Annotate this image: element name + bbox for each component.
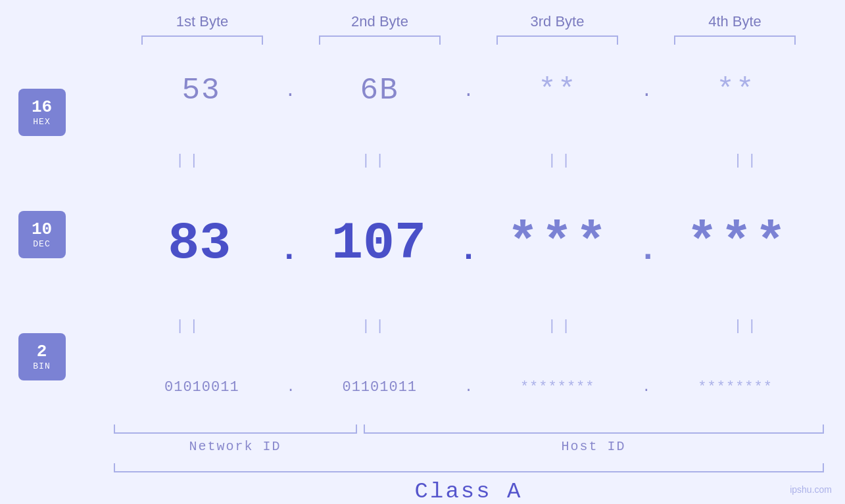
bin-dot1: . (286, 379, 295, 396)
bracket-b3 (496, 35, 618, 45)
byte2-header: 2nd Byte (308, 13, 452, 30)
bottom-brackets (114, 424, 824, 434)
hex-b1-value: 53 (181, 74, 220, 108)
bin-badge: 2 BIN (18, 333, 66, 380)
network-bracket (114, 424, 357, 434)
dec-b4-cell: *** (665, 214, 810, 273)
hex-badge-label: HEX (33, 117, 50, 127)
eq2-b1: || (117, 318, 262, 334)
hex-row: 53 . 6B . ** . ** (114, 74, 824, 108)
bracket-b4 (674, 35, 796, 45)
bracket-b2 (319, 35, 441, 45)
dec-badge-number: 10 (32, 220, 52, 239)
bin-b2-value: 01101011 (342, 379, 417, 396)
dec-b4-value: *** (687, 214, 789, 273)
dec-badge: 10 DEC (18, 211, 66, 258)
dec-dot3: . (638, 218, 658, 269)
dec-b1-cell: 83 (127, 214, 272, 273)
bin-b2-cell: 01101011 (307, 379, 452, 396)
hex-b2-value: 6B (360, 74, 398, 108)
hex-b4-cell: ** (664, 74, 808, 108)
top-brackets (114, 35, 824, 45)
bin-row: 01010011 . 01101011 . ******** . *******… (114, 379, 824, 396)
hex-dot3: . (641, 81, 652, 101)
eq1-b1: || (117, 152, 262, 169)
dec-dot1: . (279, 218, 299, 269)
dec-b3-cell: *** (486, 214, 631, 273)
eq2-b3: || (489, 318, 634, 334)
bin-badge-number: 2 (37, 342, 47, 361)
byte4-header: 4th Byte (663, 13, 808, 30)
badges-column: 16 HEX 10 DEC 2 BIN (18, 45, 66, 424)
hex-badge-number: 16 (32, 98, 52, 117)
class-section: Class A (114, 463, 824, 504)
bin-dot3: . (642, 379, 650, 396)
footer-text: ipshu.com (790, 484, 832, 495)
bin-b1-cell: 01010011 (130, 379, 274, 396)
dec-b1-value: 83 (168, 214, 231, 273)
bin-b1-value: 01010011 (164, 379, 239, 396)
bin-b3-value: ******** (520, 379, 595, 396)
hex-dot1: . (285, 81, 296, 101)
byte1-header: 1st Byte (130, 13, 275, 30)
bin-b4-value: ******** (698, 379, 773, 396)
eq2-b2: || (303, 318, 448, 334)
eq1-b4: || (675, 152, 820, 169)
bin-badge-label: BIN (33, 361, 50, 371)
dec-dot2: . (458, 218, 478, 269)
bin-b4-cell: ******** (663, 379, 808, 396)
dec-b2-value: 107 (331, 214, 426, 273)
network-id-label: Network ID (114, 439, 357, 454)
bottom-section: Network ID Host ID (114, 424, 824, 454)
bracket-b1 (141, 35, 263, 45)
dec-b3-value: *** (507, 214, 610, 273)
main-container: 1st Byte 2nd Byte 3rd Byte 4th Byte 16 H… (0, 0, 845, 504)
hex-b3-value: ** (538, 74, 577, 108)
hex-b3-cell: ** (485, 74, 630, 108)
hex-dot2: . (463, 81, 474, 101)
dec-row: 83 . 107 . *** . *** (114, 214, 824, 273)
equals-row-1: || || || || (114, 152, 824, 169)
bin-dot2: . (464, 379, 473, 396)
byte-headers: 1st Byte 2nd Byte 3rd Byte 4th Byte (114, 13, 824, 30)
hex-b4-value: ** (716, 74, 755, 108)
hex-b2-cell: 6B (307, 74, 452, 108)
hex-badge: 16 HEX (18, 89, 66, 136)
eq2-b4: || (675, 318, 820, 334)
rows-container: 53 . 6B . ** . ** || || (114, 45, 824, 424)
class-bracket-line (114, 463, 824, 472)
dec-badge-label: DEC (33, 239, 50, 249)
class-label: Class A (114, 479, 824, 504)
bin-b3-cell: ******** (485, 379, 630, 396)
hex-b1-cell: 53 (129, 74, 274, 108)
dec-b2-cell: 107 (306, 214, 451, 273)
byte3-header: 3rd Byte (485, 13, 630, 30)
equals-row-2: || || || || (114, 318, 824, 334)
eq1-b3: || (489, 152, 634, 169)
id-labels: Network ID Host ID (114, 439, 824, 454)
host-bracket (364, 424, 824, 434)
host-id-label: Host ID (364, 439, 824, 454)
eq1-b2: || (303, 152, 448, 169)
grid-area: 16 HEX 10 DEC 2 BIN 53 . 6B (114, 45, 824, 424)
